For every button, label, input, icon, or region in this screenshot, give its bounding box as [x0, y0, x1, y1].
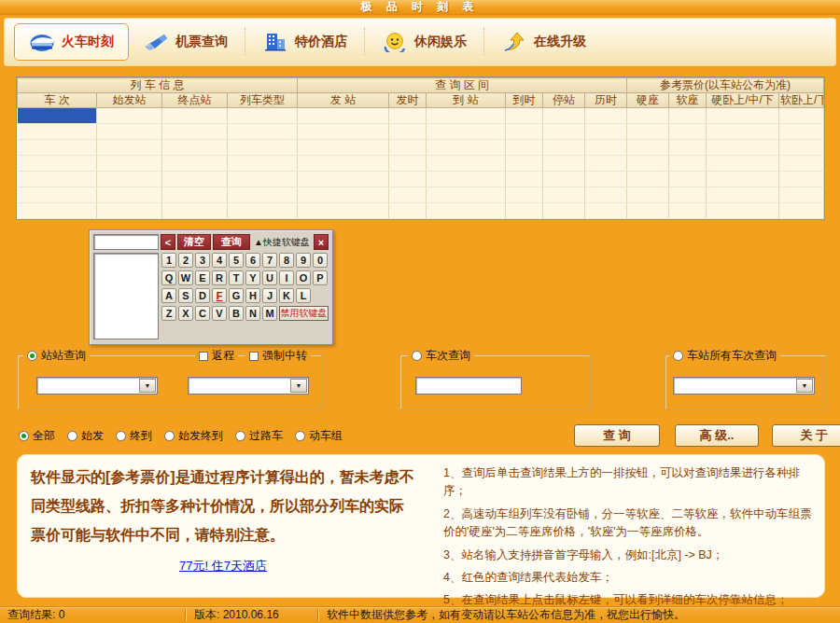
column-header[interactable]: 停站 [543, 93, 585, 108]
key-H[interactable]: H [245, 288, 260, 303]
train-no-input[interactable] [415, 377, 522, 395]
column-header[interactable]: 硬卧上/中/下 [707, 93, 779, 108]
filter-option-label: 过路车 [249, 428, 283, 444]
query-button[interactable]: 查 询 [574, 424, 660, 447]
from-station-dropdown[interactable] [36, 377, 158, 395]
filter-option[interactable]: 终到 [116, 428, 152, 444]
key-S[interactable]: S [178, 288, 193, 303]
result-row[interactable] [18, 108, 824, 124]
key-6[interactable]: 6 [245, 253, 260, 268]
key-X[interactable]: X [178, 306, 193, 321]
column-header[interactable]: 软座 [669, 93, 707, 108]
key-G[interactable]: G [229, 288, 244, 303]
result-row[interactable] [18, 172, 824, 187]
filter-option[interactable]: 全部 [19, 428, 55, 444]
key-Y[interactable]: Y [245, 270, 260, 285]
column-header[interactable]: 车 次 [18, 93, 97, 108]
key-W[interactable]: W [178, 270, 193, 285]
selected-cell[interactable] [18, 108, 97, 124]
toolbar-button-online-upgrade[interactable]: 在线升级 [487, 23, 600, 61]
column-header[interactable]: 到时 [506, 93, 543, 108]
column-header[interactable]: 列车类型 [228, 93, 298, 108]
results-table[interactable]: 列 车 信 息查 询 区 间参考票价(以车站公布为准)车 次始发站终点站列车类型… [17, 77, 824, 219]
hotel-promo-link[interactable]: 77元! 住7天酒店 [31, 558, 415, 575]
key-8[interactable]: 8 [279, 253, 294, 268]
key-L[interactable]: L [296, 288, 311, 303]
key-7[interactable]: 7 [262, 253, 277, 268]
result-row[interactable] [18, 187, 824, 203]
key-5[interactable]: 5 [229, 253, 244, 268]
key-3[interactable]: 3 [195, 253, 210, 268]
column-header[interactable]: 历时 [585, 93, 627, 108]
key-N[interactable]: N [245, 306, 260, 321]
key-C[interactable]: C [195, 306, 210, 321]
results-grid: 列 车 信 息查 询 区 间参考票价(以车站公布为准)车 次始发站终点站列车类型… [16, 76, 825, 220]
filter-option[interactable]: 过路车 [235, 428, 283, 444]
column-header[interactable]: 到 站 [427, 93, 506, 108]
station-all-trains-radio[interactable]: 车站所有车次查询 [669, 348, 780, 364]
key-R[interactable]: R [212, 270, 227, 285]
key-E[interactable]: E [195, 270, 210, 285]
toolbar-button-flight-query[interactable]: 机票查询 [129, 23, 242, 61]
forced-transfer-checkbox[interactable]: 强制中转 [245, 348, 311, 364]
key-B[interactable]: B [229, 306, 244, 321]
key-2[interactable]: 2 [178, 253, 193, 268]
key-K[interactable]: K [279, 288, 294, 303]
return-trip-checkbox[interactable]: 返程 [195, 348, 238, 364]
filter-option-label: 终到 [130, 428, 152, 444]
key-9[interactable]: 9 [296, 253, 311, 268]
station-all-trains-dropdown[interactable] [673, 377, 815, 395]
column-header[interactable]: 发时 [389, 93, 427, 108]
status-bar: 查询结果: 0 版本: 2010.06.16 软件中数据供您参考，如有变动请以车… [0, 606, 840, 623]
back-button[interactable]: < [161, 234, 175, 250]
toolbar-button-train-times[interactable]: 火车时刻 [14, 23, 129, 61]
column-header[interactable]: 终点站 [162, 93, 228, 108]
result-row[interactable] [18, 140, 824, 156]
suggestion-listbox[interactable] [93, 253, 159, 339]
to-station-dropdown[interactable] [188, 377, 309, 395]
disable-keyboard-button[interactable]: 禁用软键盘 [279, 306, 329, 321]
toolbar-button-hotel-deals[interactable]: 特价酒店 [248, 23, 361, 61]
filter-option[interactable]: 动车组 [295, 428, 343, 444]
filter-option[interactable]: 始发终到 [164, 428, 223, 444]
key-row-numbers: 1234567890 [161, 253, 329, 268]
key-A[interactable]: A [161, 288, 176, 303]
filter-option[interactable]: 始发 [67, 428, 104, 444]
result-row[interactable] [18, 203, 824, 219]
key-T[interactable]: T [229, 270, 244, 285]
filter-row: 全部始发终到始发终到过路车动车组 [19, 428, 343, 444]
key-D[interactable]: D [195, 288, 210, 303]
about-button[interactable]: 关 于 [772, 424, 840, 447]
column-header[interactable]: 软卧上/下 [779, 93, 824, 108]
close-icon[interactable]: × [314, 234, 329, 250]
key-F[interactable]: F [212, 288, 227, 303]
station-name-input[interactable] [93, 234, 159, 250]
key-Z[interactable]: Z [161, 306, 176, 321]
key-U[interactable]: U [262, 270, 277, 285]
station-station-radio[interactable]: 站站查询 [23, 348, 90, 364]
train-no-radio[interactable]: 车次查询 [408, 348, 474, 364]
key-M[interactable]: M [262, 306, 277, 321]
keyboard-query-button[interactable]: 查询 [213, 234, 250, 250]
advanced-button[interactable]: 高 级.. [675, 424, 759, 447]
result-row[interactable] [18, 156, 824, 172]
key-O[interactable]: O [296, 270, 311, 285]
column-header[interactable]: 发 站 [298, 93, 389, 108]
quick-keyboard-toggle[interactable]: ▲快捷软键盘 [252, 234, 312, 250]
column-header[interactable]: 始发站 [97, 93, 162, 108]
key-1[interactable]: 1 [161, 253, 176, 268]
result-row[interactable] [18, 124, 824, 140]
key-J[interactable]: J [262, 288, 277, 303]
toolbar-button-leisure[interactable]: 休闲娱乐 [368, 23, 481, 61]
key-I[interactable]: I [279, 270, 294, 285]
keyboard-main: 1234567890 QWERTYUIOP ASDFGHJKL ZXCVBNM … [93, 253, 329, 339]
tip-item: 3、站名输入支持拼音首字母输入，例如:[北京] -> BJ； [443, 547, 820, 564]
key-P[interactable]: P [313, 270, 328, 285]
column-header[interactable]: 硬座 [627, 93, 669, 108]
clear-button[interactable]: 清空 [177, 234, 211, 250]
key-Q[interactable]: Q [161, 270, 176, 285]
key-4[interactable]: 4 [212, 253, 227, 268]
key-V[interactable]: V [212, 306, 227, 321]
window-title-bar[interactable]: 极 品 时 刻 表 [0, 0, 840, 15]
key-0[interactable]: 0 [313, 253, 328, 268]
